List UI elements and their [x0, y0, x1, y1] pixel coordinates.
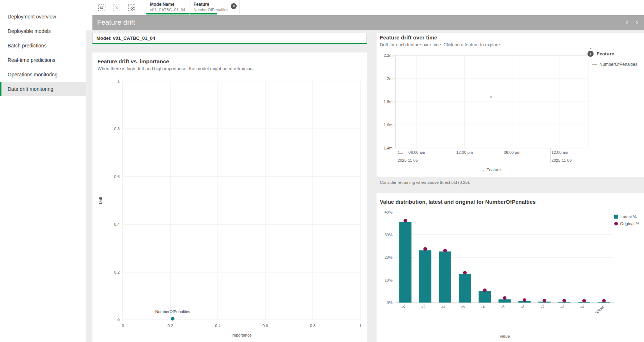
filter-chip-modelname[interactable]: ModelName v01_CATBC_01_04: [146, 0, 190, 14]
bar-marker-icon: [614, 215, 618, 219]
chart-title: Value distribution, latest and original …: [380, 199, 536, 205]
svg-text:NumberOfPenalties: NumberOfPenalties: [155, 309, 190, 314]
value-distribution-chart[interactable]: 0%10%20%30%40%"1""2""0""3""4""5""6""7""8…: [377, 193, 644, 342]
app-root: Deployment overview Deployable models Ba…: [0, 0, 644, 342]
sheet-sidebar: Deployment overview Deployable models Ba…: [0, 0, 86, 342]
legend-item-label: Original %: [620, 221, 639, 226]
svg-text:0: 0: [122, 324, 124, 328]
svg-text:1: 1: [359, 324, 361, 328]
svg-text:06:00 pm: 06:00 pm: [504, 150, 520, 155]
legend-item-original[interactable]: Original %: [614, 220, 639, 227]
svg-text:"7": "7": [540, 304, 546, 310]
svg-text:"0": "0": [441, 304, 447, 310]
svg-text:1.4m: 1.4m: [384, 146, 392, 150]
svg-text:2025-11-06: 2025-11-06: [552, 158, 572, 162]
selection-indicator: [146, 13, 190, 14]
svg-text:0%: 0%: [387, 300, 392, 305]
sidebar-item-deployable-models[interactable]: Deployable models: [0, 24, 86, 38]
svg-text:1.8m: 1.8m: [384, 100, 392, 104]
clear-selections-button[interactable]: [127, 3, 136, 12]
svg-text:20%: 20%: [385, 255, 392, 259]
svg-text:0.6: 0.6: [262, 324, 268, 328]
sheet-title-bar: Feature drift ‹ ›: [92, 15, 644, 30]
sidebar-item-real-time-predictions[interactable]: Real-time predictions: [0, 53, 86, 67]
time-chart-legend: ▲ i Feature NumberOfPenalties: [587, 47, 643, 67]
svg-text:2m: 2m: [387, 76, 392, 81]
chart-subtitle: When there is high drift and high import…: [97, 66, 254, 71]
legend-item-numberofpenalties[interactable]: NumberOfPenalties: [587, 62, 643, 67]
svg-text:0.2: 0.2: [114, 270, 120, 274]
sheet-content: Model: v01_CATBC_01_04 00.20.40.60.8100.…: [86, 30, 644, 342]
selection-indicator: [190, 13, 217, 14]
step-back-icon: [97, 3, 106, 12]
svg-text:1: 1: [117, 79, 120, 83]
right-column: 2.2m2m1.8m1.6m1.4m1...06:00 am12:00 pm06…: [377, 30, 644, 342]
time-chart-axis-caption: -, Feature: [395, 168, 588, 172]
svg-text:0: 0: [117, 318, 120, 322]
svg-text:Importance: Importance: [232, 333, 252, 337]
next-sheet-icon[interactable]: ›: [636, 18, 638, 26]
svg-text:0.4: 0.4: [215, 324, 220, 328]
info-icon[interactable]: i: [587, 51, 594, 57]
clear-filter-icon[interactable]: ✕: [231, 3, 237, 9]
drift-over-time-card: 2.2m2m1.8m1.6m1.4m1...06:00 am12:00 pm06…: [377, 33, 644, 177]
main-area: ModelName v01_CATBC_01_04 Feature Number…: [86, 0, 644, 342]
svg-text:30%: 30%: [385, 233, 392, 237]
sidebar-item-operations-monitoring[interactable]: Operations monitoring: [0, 67, 86, 82]
svg-text:0.2: 0.2: [167, 324, 173, 328]
bar-chart-legend: Latest % Original %: [614, 213, 639, 227]
svg-text:"Other": "Other": [595, 304, 606, 315]
clear-selections-icon: [127, 3, 136, 12]
legend-item-latest[interactable]: Latest %: [614, 213, 639, 220]
selections-bar: ModelName v01_CATBC_01_04 Feature Number…: [86, 0, 644, 15]
filter-field-label: Feature: [194, 2, 228, 7]
svg-text:12:00 am: 12:00 am: [552, 150, 568, 155]
model-filter-label: Model: v01_CATBC_01_04: [96, 35, 155, 41]
chart-subtitle: Drift for each feature over time. Click …: [380, 42, 501, 47]
chart-title: Feature drift vs. importance: [97, 58, 169, 64]
svg-text:1.6m: 1.6m: [384, 123, 392, 127]
svg-text:Drift: Drift: [98, 197, 103, 204]
svg-text:"1": "1": [401, 304, 407, 310]
left-column: Model: v01_CATBC_01_04 00.20.40.60.8100.…: [92, 33, 367, 342]
svg-text:40%: 40%: [385, 210, 392, 214]
svg-text:2025-11-05: 2025-11-05: [398, 158, 417, 162]
sheet-navigation: ‹ ›: [626, 18, 644, 26]
filter-value: NumberOfPenalties: [194, 7, 228, 12]
svg-text:12:00 pm: 12:00 pm: [456, 150, 473, 155]
svg-text:"9": "9": [579, 304, 586, 310]
filter-value: v01_CATBC_01_04: [150, 7, 185, 12]
svg-text:"8": "8": [560, 304, 566, 310]
bar-chart-xlabel: Value: [395, 334, 614, 338]
svg-text:10%: 10%: [385, 278, 392, 282]
legend-scroll-up-icon[interactable]: ▲: [587, 47, 594, 50]
step-forward-button[interactable]: [112, 3, 121, 12]
threshold-note: Consider retraining when above threshold…: [380, 180, 470, 185]
svg-text:"5": "5": [500, 304, 506, 310]
svg-text:"2": "2": [421, 304, 427, 310]
prev-sheet-icon[interactable]: ‹: [626, 18, 628, 26]
filter-chip-feature[interactable]: Feature NumberOfPenalties ✕: [190, 0, 240, 14]
drift-vs-importance-card: 00.20.40.60.8100.20.40.60.81NumberOfPena…: [92, 52, 367, 342]
current-selections: ModelName v01_CATBC_01_04 Feature Number…: [146, 0, 240, 14]
legend-title: Feature: [597, 51, 614, 56]
svg-text:1...: 1...: [398, 150, 403, 155]
drift-vs-importance-chart[interactable]: 00.20.40.60.8100.20.40.60.81NumberOfPena…: [92, 52, 367, 342]
svg-text:"3": "3": [461, 304, 467, 310]
sidebar-item-batch-predictions[interactable]: Batch predictions: [0, 38, 86, 53]
svg-text:0.8: 0.8: [310, 324, 315, 328]
legend-item-label: Latest %: [620, 215, 637, 219]
value-distribution-card: 0%10%20%30%40%"1""2""0""3""4""5""6""7""8…: [377, 193, 644, 342]
filter-field-label: ModelName: [150, 2, 185, 7]
svg-text:"4": "4": [480, 304, 486, 310]
step-back-button[interactable]: [97, 3, 107, 12]
svg-text:0.6: 0.6: [114, 174, 120, 179]
point-marker-icon: [614, 222, 618, 225]
svg-text:06:00 am: 06:00 am: [408, 150, 425, 155]
sheet-title: Feature drift: [97, 18, 135, 26]
step-forward-icon: [112, 3, 121, 12]
svg-text:2.2m: 2.2m: [384, 53, 392, 58]
sidebar-item-deployment-overview[interactable]: Deployment overview: [0, 9, 86, 24]
sidebar-item-data-drift-monitoring[interactable]: Data drift monitoring: [0, 82, 86, 96]
model-filter[interactable]: Model: v01_CATBC_01_04: [92, 33, 367, 44]
